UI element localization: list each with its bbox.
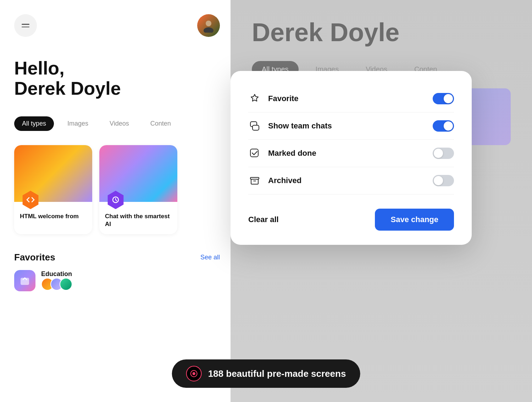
tab-content-left[interactable]: Conten bbox=[143, 116, 179, 131]
archived-label: Archived bbox=[268, 176, 301, 185]
check-box-icon bbox=[248, 147, 261, 160]
menu-line bbox=[22, 27, 29, 28]
fav-avatar bbox=[14, 270, 35, 291]
star-icon bbox=[248, 92, 261, 105]
modal-row-left-archived: Archived bbox=[248, 174, 301, 187]
banner-text: 188 beautiful pre-made screens bbox=[208, 368, 346, 379]
modal-row-team-chats: Show team chats bbox=[248, 112, 454, 140]
cards-row: HTML welcome from Chat with the smartest… bbox=[14, 145, 220, 234]
save-change-button[interactable]: Save change bbox=[375, 209, 454, 231]
card-html[interactable]: HTML welcome from bbox=[14, 145, 92, 234]
fav-details: Education bbox=[41, 270, 72, 291]
banner-icon bbox=[186, 366, 202, 381]
favorite-label: Favorite bbox=[268, 94, 299, 103]
menu-button[interactable] bbox=[14, 14, 37, 37]
modal-row-archived: Archived bbox=[248, 167, 454, 194]
card-image-pink bbox=[99, 145, 177, 202]
card-title-2: Chat with the smartest AI bbox=[105, 213, 172, 228]
tab-videos-left[interactable]: Videos bbox=[102, 116, 137, 131]
favorites-title: Favorites bbox=[14, 252, 55, 263]
left-panel: Hello, Derek Doyle All types Images Vide… bbox=[0, 0, 234, 402]
svg-point-2 bbox=[201, 18, 216, 33]
fav-name: Education bbox=[41, 270, 72, 278]
card-title: HTML welcome from bbox=[20, 213, 87, 220]
favorites-header: Favorites See all bbox=[14, 252, 220, 263]
modal-row-marked-done: Marked done bbox=[248, 140, 454, 167]
avatar bbox=[197, 14, 220, 37]
bottom-banner: 188 beautiful pre-made screens bbox=[172, 359, 360, 388]
card-chat[interactable]: Chat with the smartest AI bbox=[99, 145, 177, 234]
card-body-2: Chat with the smartest AI bbox=[99, 202, 177, 234]
modal-row-left-done: Marked done bbox=[248, 147, 316, 160]
clear-all-button[interactable]: Clear all bbox=[248, 215, 279, 224]
modal-footer: Clear all Save change bbox=[248, 205, 454, 231]
modal-row-favorite: Favorite bbox=[248, 85, 454, 112]
menu-line bbox=[22, 24, 29, 25]
favorite-item[interactable]: Education bbox=[14, 270, 220, 291]
archived-toggle[interactable] bbox=[433, 175, 454, 186]
svg-rect-4 bbox=[21, 278, 29, 285]
card-image-orange bbox=[14, 145, 92, 202]
svg-rect-8 bbox=[250, 177, 259, 179]
marked-done-toggle[interactable] bbox=[433, 148, 454, 159]
team-chats-label: Show team chats bbox=[268, 121, 332, 131]
see-all-link[interactable]: See all bbox=[200, 254, 220, 261]
filter-tabs-left: All types Images Videos Conten bbox=[14, 116, 220, 131]
svg-rect-7 bbox=[250, 149, 258, 157]
toggle-knob-2 bbox=[444, 121, 453, 131]
team-chats-toggle[interactable] bbox=[433, 120, 454, 132]
modal-row-left-team: Show team chats bbox=[248, 120, 332, 132]
chat-bubbles-icon bbox=[248, 120, 261, 132]
tab-images-left[interactable]: Images bbox=[60, 116, 96, 131]
filter-modal: Favorite Show team chats bbox=[231, 71, 472, 245]
favorite-toggle[interactable] bbox=[433, 93, 454, 104]
greeting: Hello, Derek Doyle bbox=[14, 58, 220, 99]
small-avatars bbox=[41, 278, 72, 291]
top-bar bbox=[14, 14, 220, 37]
svg-rect-6 bbox=[253, 125, 259, 130]
archive-icon bbox=[248, 174, 261, 187]
toggle-knob-4 bbox=[434, 176, 443, 185]
small-avatar-3 bbox=[60, 278, 72, 291]
marked-done-label: Marked done bbox=[268, 149, 316, 158]
toggle-knob-3 bbox=[434, 149, 443, 158]
modal-row-left-favorite: Favorite bbox=[248, 92, 299, 105]
tab-all-types-left[interactable]: All types bbox=[14, 116, 54, 131]
svg-point-10 bbox=[193, 372, 195, 375]
right-title: Derek Doyle bbox=[252, 18, 511, 47]
toggle-knob bbox=[444, 94, 453, 103]
